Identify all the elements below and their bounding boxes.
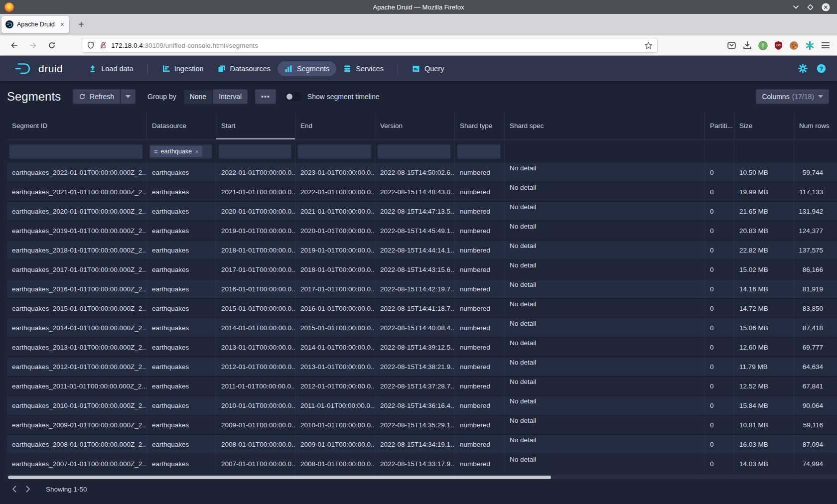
horizontal-scrollbar-thumb[interactable] <box>8 476 551 479</box>
group-by-interval-button[interactable]: Interval <box>213 89 248 104</box>
filter-input-end[interactable] <box>297 144 371 159</box>
cell-size: 11.79 MB <box>734 357 794 376</box>
table-row[interactable]: earthquakes_2010-01-01T00:00:00.000Z_2..… <box>7 396 837 415</box>
new-tab-button[interactable]: + <box>75 19 87 29</box>
table-row[interactable]: earthquakes_2016-01-01T00:00:00.000Z_2..… <box>7 279 837 299</box>
downloads-icon[interactable] <box>743 41 752 50</box>
cell-version: 2022-08-15T14:42:19.7... <box>375 279 455 298</box>
url-bar[interactable]: 172.18.0.4 :30109/unified-console.html#s… <box>82 38 658 53</box>
filter-cell-num_rows <box>794 140 837 163</box>
reload-button[interactable] <box>45 38 59 52</box>
column-header-num_rows[interactable]: Num rows <box>794 112 837 139</box>
cell-start: 2008-01-01T00:00:00.0... <box>216 435 295 454</box>
cell-datasource: earthquakes <box>147 221 216 240</box>
cell-segment_id: earthquakes_2017-01-01T00:00:00.000Z_2..… <box>7 260 147 279</box>
table-row[interactable]: earthquakes_2008-01-01T00:00:00.000Z_2..… <box>7 435 837 454</box>
column-header-version[interactable]: Version <box>375 112 455 139</box>
tracking-shield-icon[interactable] <box>87 41 95 49</box>
table-row[interactable]: earthquakes_2019-01-01T00:00:00.000Z_2..… <box>7 221 837 241</box>
window-minimize-icon[interactable] <box>793 5 799 9</box>
pocket-icon[interactable] <box>727 41 736 50</box>
nav-item-ingestion[interactable]: Ingestion <box>155 61 211 76</box>
table-row[interactable]: earthquakes_2007-01-01T00:00:00.000Z_2..… <box>7 454 837 474</box>
filter-input-start[interactable] <box>218 144 291 159</box>
cell-version: 2022-08-15T14:39:12.5... <box>375 338 455 357</box>
segment-timeline-toggle[interactable] <box>285 93 301 101</box>
table-row[interactable]: earthquakes_2011-01-01T00:00:00.000Z_2..… <box>7 377 837 396</box>
druid-logo[interactable]: druid <box>14 61 63 76</box>
table-row[interactable]: earthquakes_2018-01-01T00:00:00.000Z_2..… <box>7 241 837 260</box>
column-header-shard_type[interactable]: Shard type <box>455 112 505 139</box>
bookmark-star-icon[interactable] <box>644 41 653 50</box>
table-row[interactable]: earthquakes_2022-01-01T00:00:00.000Z_2..… <box>7 163 837 182</box>
table-row[interactable]: earthquakes_2013-01-01T00:00:00.000Z_2..… <box>7 338 837 357</box>
table-row[interactable]: earthquakes_2021-01-01T00:00:00.000Z_2..… <box>7 182 837 202</box>
extension-privacy-icon[interactable] <box>758 41 768 50</box>
group-by-none-button[interactable]: None <box>184 89 212 104</box>
cell-start: 2019-01-01T00:00:00.0... <box>216 221 295 240</box>
cell-datasource: earthquakes <box>147 454 216 473</box>
cell-size: 14.72 MB <box>734 299 794 318</box>
nav-item-datasources[interactable]: Datasources <box>211 61 278 76</box>
table-row[interactable]: earthquakes_2020-01-01T00:00:00.000Z_2..… <box>7 202 837 221</box>
cell-shard_type: numbered <box>455 357 505 376</box>
column-header-partition[interactable]: Partiti... <box>705 112 734 139</box>
back-button[interactable] <box>7 38 21 52</box>
cell-shard_type: numbered <box>455 163 505 182</box>
forward-button[interactable] <box>26 38 40 52</box>
segment-timeline-label: Show segment timeline <box>307 93 380 101</box>
tab-apache-druid[interactable]: Apache Druid × <box>1 16 69 33</box>
settings-gear-icon[interactable] <box>798 64 808 73</box>
remove-filter-icon[interactable]: × <box>195 148 199 155</box>
column-header-segment_id[interactable]: Segment ID <box>7 112 147 139</box>
cell-shard_type: numbered <box>455 338 505 357</box>
table-row[interactable]: earthquakes_2009-01-01T00:00:00.000Z_2..… <box>7 415 837 435</box>
window-maximize-icon[interactable] <box>807 4 814 10</box>
filter-input-datasource[interactable]: =earthquake× <box>149 144 212 159</box>
extension-sparkle-icon[interactable] <box>805 41 815 50</box>
duplicate-icon <box>218 65 226 73</box>
column-header-shard_spec[interactable]: Shard spec <box>505 112 705 139</box>
filter-input-segment_id[interactable] <box>9 144 143 159</box>
tab-close-icon[interactable]: × <box>59 20 65 28</box>
filter-input-shard_type[interactable] <box>457 144 501 159</box>
table-row[interactable]: earthquakes_2012-01-01T00:00:00.000Z_2..… <box>7 357 837 377</box>
insecure-lock-icon[interactable] <box>99 41 107 49</box>
previous-page-button[interactable] <box>7 482 21 496</box>
horizontal-scrollbar-track[interactable] <box>7 476 837 479</box>
cell-num_rows: 59,116 <box>794 415 837 434</box>
nav-item-segments[interactable]: Segments <box>278 61 336 76</box>
nav-item-query[interactable]: Query <box>405 61 451 76</box>
extension-cookie-icon[interactable] <box>789 41 799 50</box>
table-row[interactable]: earthquakes_2014-01-01T00:00:00.000Z_2..… <box>7 318 837 338</box>
help-icon[interactable]: ? <box>817 64 826 73</box>
refresh-button[interactable]: Refresh <box>73 89 120 104</box>
cell-shard_spec: No detail <box>505 415 705 434</box>
menu-hamburger-icon[interactable] <box>821 41 830 49</box>
cell-start: 2016-01-01T00:00:00.0... <box>216 279 295 298</box>
window-title: Apache Druid — Mozilla Firefox <box>0 3 837 11</box>
columns-button[interactable]: Columns (17/18) <box>756 89 829 104</box>
druid-brand-text: druid <box>38 63 63 75</box>
cell-end: 2018-01-01T00:00:00.0... <box>295 260 375 279</box>
refresh-menu-button[interactable] <box>121 89 136 104</box>
console-icon <box>412 65 420 73</box>
table-row[interactable]: earthquakes_2015-01-01T00:00:00.000Z_2..… <box>7 299 837 318</box>
table-row[interactable]: earthquakes_2017-01-01T00:00:00.000Z_2..… <box>7 260 837 279</box>
more-options-button[interactable]: ••• <box>255 89 276 104</box>
window-close-icon[interactable] <box>822 3 830 11</box>
filter-input-version[interactable] <box>377 144 451 159</box>
column-header-start[interactable]: Start <box>216 112 295 139</box>
nav-item-services[interactable]: Services <box>336 61 391 76</box>
cell-shard_spec: No detail <box>505 454 705 473</box>
column-header-size[interactable]: Size <box>734 112 794 139</box>
extension-ublock-icon[interactable]: UO <box>774 41 783 50</box>
cell-datasource: earthquakes <box>147 163 216 182</box>
nav-item-load-data[interactable]: Load data <box>82 61 140 76</box>
column-header-end[interactable]: End <box>295 112 375 139</box>
next-page-button[interactable] <box>21 482 35 496</box>
cell-start: 2020-01-01T00:00:00.0... <box>216 202 295 221</box>
column-header-datasource[interactable]: Datasource <box>147 112 216 139</box>
druid-nav-bar: druid Load data Ingestion Datasources Se… <box>0 56 837 81</box>
cell-end: 2010-01-01T00:00:00.0... <box>295 415 375 434</box>
